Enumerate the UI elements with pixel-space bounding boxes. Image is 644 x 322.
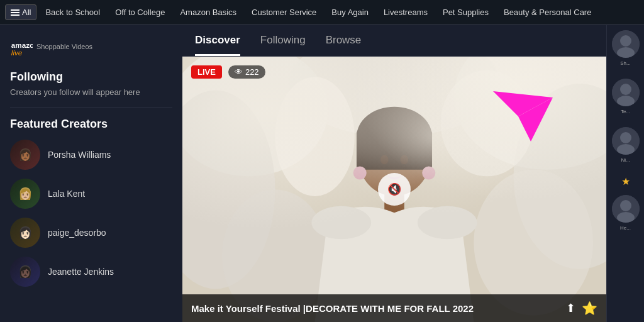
svg-point-20 [353, 167, 367, 180]
creator-item-porsha[interactable]: 👩🏾 Porsha Williams [10, 140, 172, 170]
avatar-lala: 👩🏼 [10, 179, 40, 209]
avatar-porsha: 👩🏾 [10, 140, 40, 170]
tab-browse[interactable]: Browse [326, 34, 362, 56]
right-label-1: Sh... [620, 60, 630, 66]
right-item-5[interactable]: He... [612, 195, 640, 236]
svg-point-18 [380, 155, 389, 165]
right-avatar-3[interactable] [612, 127, 640, 155]
share-button[interactable]: ⬆ [566, 301, 575, 315]
right-item-4[interactable]: ★ [621, 175, 630, 187]
creator-name-porsha: Porsha Williams [48, 150, 111, 160]
tab-following[interactable]: Following [260, 34, 306, 56]
svg-point-8 [275, 77, 354, 196]
live-badge: LIVE [191, 65, 222, 79]
favorite-button[interactable]: ⭐ [582, 301, 597, 316]
right-sidebar: Sh... Te... Ni... ★ He... [606, 25, 644, 322]
nav-buy-again[interactable]: Buy Again [325, 5, 375, 19]
main-layout: amazon live Shoppable Videos Following C… [0, 25, 644, 322]
svg-point-21 [422, 167, 435, 180]
right-label-3: Ni... [621, 157, 630, 163]
svg-point-13 [357, 107, 432, 167]
nav-pet-supplies[interactable]: Pet Supplies [436, 5, 495, 19]
viewers-count: 👁 222 [228, 65, 265, 79]
svg-point-16 [311, 206, 371, 240]
tagline: Shoppable Videos [36, 43, 92, 50]
nav-off-to-college[interactable]: Off to College [109, 5, 171, 19]
nav-back-to-school[interactable]: Back to School [39, 5, 106, 19]
video-title: Make it Yourself Festival |DECORATE WITH… [191, 303, 474, 314]
svg-point-28 [620, 84, 631, 95]
nav-beauty-personal-care[interactable]: Beauty & Personal Care [497, 5, 597, 19]
main-content: Discover Following Browse [182, 25, 606, 322]
creator-item-lala[interactable]: 👩🏼 Lala Kent [10, 179, 172, 209]
nav-livestreams[interactable]: Livestreams [377, 5, 434, 19]
nav-customer-service[interactable]: Customer Service [245, 5, 323, 19]
svg-point-19 [400, 155, 408, 165]
right-item-2[interactable]: Te... [612, 79, 640, 119]
all-label: All [22, 8, 31, 17]
amazon-live-logo: amazon live Shoppable Videos [10, 35, 172, 58]
creator-name-lala: Lala Kent [48, 189, 85, 199]
right-item-3[interactable]: Ni... [612, 127, 640, 168]
featured-creators-title: Featured Creators [10, 118, 172, 131]
star-gold-icon: ★ [621, 175, 630, 187]
pink-arrow [474, 88, 556, 153]
svg-text:amazon: amazon [11, 41, 33, 49]
right-item-1[interactable]: Sh... [612, 30, 640, 71]
svg-point-17 [418, 206, 477, 240]
video-bottom-bar: Make it Yourself Festival |DECORATE WITH… [182, 294, 606, 322]
mute-icon: 🔇 [387, 182, 401, 196]
svg-point-5 [289, 57, 501, 136]
video-container[interactable]: LIVE 👁 222 🔇 Make it Yourself Festival |… [182, 57, 606, 322]
video-actions: ⬆ ⭐ [566, 301, 597, 316]
right-avatar-5[interactable] [612, 195, 640, 223]
avatar-jeanette: 👩🏿 [10, 257, 40, 287]
viewers-number: 222 [245, 67, 259, 77]
top-navigation: All Back to School Off to College Amazon… [0, 0, 644, 25]
eye-icon: 👁 [235, 67, 243, 77]
creator-item-jeanette[interactable]: 👩🏿 Jeanette Jenkins [10, 257, 172, 287]
all-menu-button[interactable]: All [5, 4, 36, 20]
svg-point-11 [474, 170, 593, 316]
right-label-2: Te... [621, 109, 630, 114]
nav-amazon-basics[interactable]: Amazon Basics [174, 5, 243, 19]
right-avatar-2[interactable] [612, 79, 640, 106]
creator-item-paige[interactable]: 👩🏻 paige_desorbo [10, 218, 172, 248]
following-subtitle: Creators you follow will appear here [10, 87, 172, 108]
svg-point-34 [620, 200, 631, 211]
tab-discover[interactable]: Discover [195, 34, 240, 56]
hamburger-icon [11, 9, 19, 16]
amazon-icon: amazon live [10, 35, 33, 58]
following-title: Following [10, 70, 172, 84]
right-avatar-1[interactable] [612, 30, 640, 58]
svg-point-25 [620, 35, 631, 47]
avatar-paige: 👩🏻 [10, 218, 40, 248]
left-sidebar: amazon live Shoppable Videos Following C… [0, 25, 182, 322]
svg-rect-14 [357, 130, 432, 170]
svg-point-6 [182, 90, 275, 289]
creator-name-paige: paige_desorbo [48, 228, 106, 238]
svg-text:live: live [11, 48, 23, 57]
right-label-5: He... [620, 225, 631, 231]
live-badge-container: LIVE 👁 222 [191, 65, 265, 79]
tab-bar: Discover Following Browse [182, 25, 606, 57]
svg-point-31 [620, 132, 631, 143]
creator-name-jeanette: Jeanette Jenkins [48, 267, 114, 277]
mute-button[interactable]: 🔇 [378, 173, 411, 206]
